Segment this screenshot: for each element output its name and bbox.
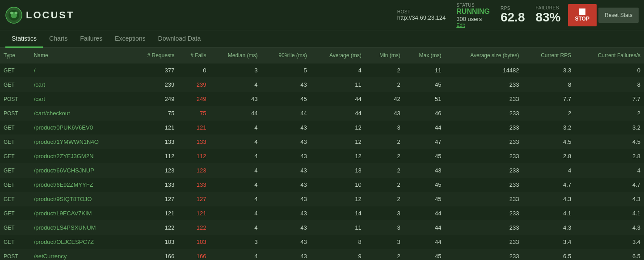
- cell-avg: 12: [311, 121, 365, 135]
- cell-avg-size: 233: [445, 221, 522, 235]
- stop-icon: [579, 8, 585, 15]
- cell-median: 4: [210, 249, 261, 260]
- cell-failures-s: 3.4: [575, 235, 644, 249]
- cell-rps: 2.8: [522, 149, 575, 164]
- cell-requests: 249: [130, 92, 178, 106]
- cell-avg-size: 233: [445, 135, 522, 149]
- edit-link[interactable]: Edit: [456, 22, 490, 28]
- cell-type: GET: [0, 164, 30, 178]
- tab-download-data[interactable]: Download Data: [152, 30, 207, 47]
- cell-fails: 121: [178, 121, 210, 135]
- table-row: GET /cart 239 239 4 43 11 2 45 233 8 8: [0, 78, 644, 92]
- cell-min: 3: [365, 221, 404, 235]
- stop-button[interactable]: STOP: [568, 4, 597, 26]
- table-row: GET /product/0PUK6V6EV0 121 121 4 43 12 …: [0, 121, 644, 135]
- cell-min: 2: [365, 164, 404, 178]
- cell-p90: 43: [261, 235, 310, 249]
- cell-name: /product/9SIQT8TOJO: [30, 192, 130, 206]
- cell-avg: 12: [311, 135, 365, 149]
- tab-failures[interactable]: Failures: [74, 30, 109, 47]
- nav-tabs: Statistics Charts Failures Exceptions Do…: [0, 30, 644, 48]
- cell-avg: 14: [311, 206, 365, 221]
- cell-p90: 43: [261, 149, 310, 164]
- cell-avg-size: 233: [445, 192, 522, 206]
- cell-min: 2: [365, 192, 404, 206]
- cell-name: /product/L9ECAV7KIM: [30, 206, 130, 221]
- locust-logo-icon: [5, 7, 22, 24]
- cell-avg-size: 233: [445, 164, 522, 178]
- cell-avg-size: 233: [445, 178, 522, 192]
- header-stats: HOST http://34.69.23.124 STATUS RUNNING …: [397, 3, 561, 28]
- table-row: GET /product/L9ECAV7KIM 121 121 4 43 14 …: [0, 206, 644, 221]
- cell-p90: 45: [261, 92, 310, 106]
- cell-avg-size: 233: [445, 206, 522, 221]
- cell-max: 46: [404, 106, 445, 121]
- col-failures-s: Current Failures/s: [575, 48, 644, 63]
- cell-p90: 43: [261, 221, 310, 235]
- failures-stat: FAILURES 83%: [535, 5, 560, 25]
- reset-stats-button[interactable]: Reset Stats: [598, 8, 639, 23]
- cell-min: 2: [365, 249, 404, 260]
- cell-p90: 43: [261, 206, 310, 221]
- cell-avg-size: 233: [445, 149, 522, 164]
- cell-failures-s: 2: [575, 106, 644, 121]
- cell-max: 51: [404, 92, 445, 106]
- cell-requests: 121: [130, 121, 178, 135]
- cell-min: 2: [365, 135, 404, 149]
- cell-name: /cart: [30, 78, 130, 92]
- cell-p90: 43: [261, 78, 310, 92]
- svg-point-3: [10, 12, 13, 14]
- tab-statistics[interactable]: Statistics: [5, 30, 43, 48]
- cell-fails: 123: [178, 164, 210, 178]
- cell-median: 4: [210, 206, 261, 221]
- tab-exceptions[interactable]: Exceptions: [109, 30, 152, 47]
- tab-charts[interactable]: Charts: [43, 30, 74, 47]
- cell-rps: 4: [522, 164, 575, 178]
- cell-fails: 103: [178, 235, 210, 249]
- failures-label: FAILURES: [535, 5, 560, 10]
- cell-avg: 10: [311, 178, 365, 192]
- cell-name: /: [30, 63, 130, 78]
- cell-failures-s: 4.7: [575, 178, 644, 192]
- rps-label: RPS: [501, 6, 525, 11]
- cell-type: GET: [0, 206, 30, 221]
- cell-p90: 44: [261, 106, 310, 121]
- cell-avg-size: 233: [445, 235, 522, 249]
- cell-name: /product/1YMWWN1N4O: [30, 135, 130, 149]
- cell-failures-s: 4.1: [575, 206, 644, 221]
- cell-requests: 75: [130, 106, 178, 121]
- cell-max: 11: [404, 63, 445, 78]
- cell-median: 3: [210, 235, 261, 249]
- cell-name: /product/OLJCESPC7Z: [30, 235, 130, 249]
- cell-rps: 4.3: [522, 192, 575, 206]
- cell-requests: 133: [130, 135, 178, 149]
- cell-avg-size: 14482: [445, 63, 522, 78]
- table-row: POST /cart/checkout 75 75 44 44 44 43 46…: [0, 106, 644, 121]
- cell-rps: 3.4: [522, 235, 575, 249]
- cell-avg: 4: [311, 63, 365, 78]
- cell-rps: 8: [522, 78, 575, 92]
- logo-area: LOCUST: [5, 7, 74, 24]
- cell-min: 2: [365, 149, 404, 164]
- cell-fails: 133: [178, 135, 210, 149]
- cell-fails: 112: [178, 149, 210, 164]
- cell-median: 44: [210, 106, 261, 121]
- cell-min: 3: [365, 206, 404, 221]
- col-min: Min (ms): [365, 48, 404, 63]
- cell-requests: 122: [130, 221, 178, 235]
- cell-requests: 133: [130, 178, 178, 192]
- cell-median: 4: [210, 121, 261, 135]
- table-row: GET /product/2ZYFJ3GM2N 112 112 4 43 12 …: [0, 149, 644, 164]
- cell-name: /cart: [30, 92, 130, 106]
- cell-min: 2: [365, 178, 404, 192]
- cell-min: 2: [365, 63, 404, 78]
- cell-rps: 2: [522, 106, 575, 121]
- cell-name: /product/LS4PSXUNUM: [30, 221, 130, 235]
- cell-failures-s: 3.2: [575, 121, 644, 135]
- cell-median: 4: [210, 135, 261, 149]
- cell-name: /product/0PUK6V6EV0: [30, 121, 130, 135]
- cell-type: GET: [0, 121, 30, 135]
- col-type: Type: [0, 48, 30, 63]
- cell-max: 44: [404, 121, 445, 135]
- cell-p90: 43: [261, 192, 310, 206]
